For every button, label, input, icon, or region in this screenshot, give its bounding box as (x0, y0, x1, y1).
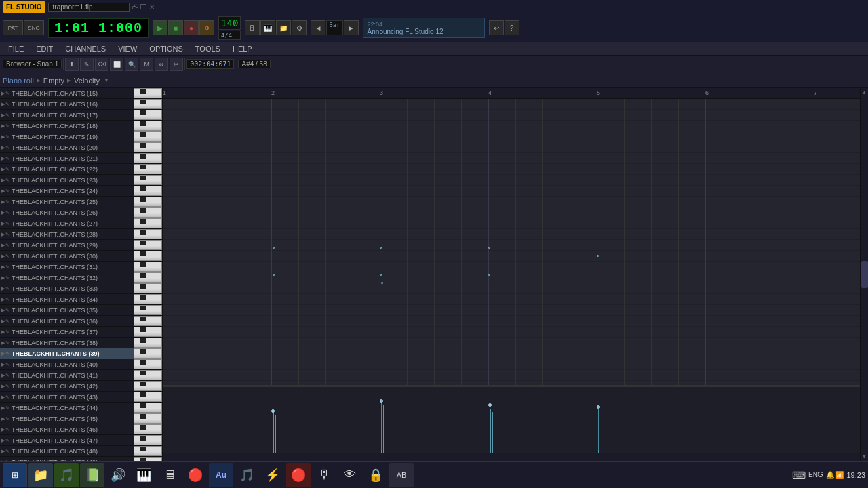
tb-cut[interactable]: ✂ (170, 58, 183, 71)
piano-key-row-30[interactable]: ▶✎THEBLACKHITT..CHANTS (30) (0, 251, 162, 262)
piano-key-row-32[interactable]: ▶✎THEBLACKHITT..CHANTS (32) (0, 272, 162, 283)
next-pattern[interactable]: ► (344, 20, 359, 35)
scroll-down-arrow[interactable]: ▼ (862, 453, 867, 460)
menu-tools[interactable]: TOOLS (190, 42, 226, 55)
piano-key-row-37[interactable]: ▶✎THEBLACKHITT..CHANTS (37) (0, 327, 162, 338)
tb-slip[interactable]: ⇔ (155, 58, 168, 71)
piano-key-row-31[interactable]: ▶✎THEBLACKHITT..CHANTS (31) (0, 262, 162, 272)
taskbar-plug1[interactable]: ⚡ (260, 463, 285, 487)
stop-button[interactable]: ■ (168, 20, 183, 35)
menu-channels[interactable]: CHANNELS (60, 42, 111, 55)
play-button[interactable]: ▶ (153, 20, 167, 35)
key-icons-27: ▶✎ (1, 221, 9, 226)
mini-keys-43 (134, 392, 162, 402)
piano-key-row-43[interactable]: ▶✎THEBLACKHITT..CHANTS (43) (0, 392, 162, 403)
key-icon: ✎ (5, 123, 9, 129)
piano-key-row-40[interactable]: ▶✎THEBLACKHITT..CHANTS (40) (0, 359, 162, 370)
piano-key-row-24[interactable]: ▶✎THEBLACKHITT..CHANTS (24) (0, 186, 162, 197)
piano-key-row-16[interactable]: ▶✎THEBLACKHITT..CHANTS (16) (0, 99, 162, 110)
taskbar-au[interactable]: Au (209, 463, 233, 487)
black-key (143, 230, 146, 235)
piano-key-row-29[interactable]: ▶✎THEBLACKHITT..CHANTS (29) (0, 240, 162, 251)
taskbar-lock[interactable]: 🔒 (363, 463, 388, 487)
piano-key-row-20[interactable]: ▶✎THEBLACKHITT..CHANTS (20) (0, 142, 162, 153)
taskbar-text[interactable]: AB (389, 463, 414, 487)
key-icon: ▶ (1, 221, 5, 226)
piano-key-row-39[interactable]: ▶✎THEBLACKHITT..CHANTS (39) (0, 348, 162, 359)
piano-key-row-48[interactable]: ▶✎THEBLACKHITT..CHANTS (48) (0, 446, 162, 457)
tb-eraser[interactable]: ⌫ (95, 58, 108, 71)
song-button[interactable]: SNG (24, 20, 44, 35)
piano-key-row-18[interactable]: ▶✎THEBLACKHITT..CHANTS (18) (0, 121, 162, 131)
taskbar-rec[interactable]: 🔴 (286, 463, 311, 487)
note-grid[interactable] (163, 99, 860, 385)
piano-key-row-25[interactable]: ▶✎THEBLACKHITT..CHANTS (25) (0, 197, 162, 207)
menu-options[interactable]: OPTIONS (144, 42, 189, 55)
pat-button[interactable]: PAT (3, 20, 23, 35)
key-label-33: THEBLACKHITT..CHANTS (33) (12, 285, 98, 292)
piano-key-row-27[interactable]: ▶✎THEBLACKHITT..CHANTS (27) (0, 218, 162, 229)
piano-key-row-15[interactable]: ▶✎THEBLACKHITT..CHANTS (15) (0, 88, 162, 99)
piano-key-row-34[interactable]: ▶✎THEBLACKHITT..CHANTS (34) (0, 294, 162, 305)
taskbar-fire[interactable]: 🔴 (183, 463, 208, 487)
taskbar-disp[interactable]: 🖥 (157, 463, 182, 487)
taskbar: ⊞ 📁 🎵 📗 🔊 🎹 🖥 🔴 Au 🎵 ⚡ 🔴 🎙 👁 🔒 AB ⌨ ENG … (0, 461, 868, 488)
key-icon: ✎ (5, 91, 9, 96)
taskbar-word[interactable]: 📗 (80, 463, 104, 487)
menu-help[interactable]: HELP (227, 42, 258, 55)
pr-dropdown-icon[interactable]: ▼ (104, 77, 109, 83)
taskbar-fl[interactable]: 🎵 (54, 463, 79, 487)
record-mode-button[interactable]: ⊕ (199, 20, 214, 35)
menu-file[interactable]: FILE (3, 42, 29, 55)
scrollbar-h[interactable] (163, 453, 860, 461)
key-icons-21: ▶✎ (1, 156, 9, 161)
undo-button[interactable]: ↩ (489, 20, 504, 35)
key-icon: ✎ (5, 405, 9, 411)
piano-key-row-36[interactable]: ▶✎THEBLACKHITT..CHANTS (36) (0, 316, 162, 327)
key-icon: ✎ (5, 340, 9, 346)
scroll-thumb[interactable] (861, 261, 868, 288)
piano-key-row-46[interactable]: ▶✎THEBLACKHITT..CHANTS (46) (0, 424, 162, 435)
prev-pattern[interactable]: ◄ (311, 20, 326, 35)
piano-key-row-21[interactable]: ▶✎THEBLACKHITT..CHANTS (21) (0, 153, 162, 164)
scroll-up-arrow[interactable]: ▲ (862, 89, 867, 96)
piano-key-row-28[interactable]: ▶✎THEBLACKHITT..CHANTS (28) (0, 229, 162, 240)
piano-key-row-22[interactable]: ▶✎THEBLACKHITT..CHANTS (22) (0, 164, 162, 175)
tb-zoom[interactable]: 🔍 (125, 58, 138, 71)
right-scrollbar[interactable]: ▲ ▼ (860, 88, 868, 461)
piano-key-row-44[interactable]: ▶✎THEBLACKHITT..CHANTS (44) (0, 403, 162, 413)
menu-edit[interactable]: EDIT (31, 42, 58, 55)
piano-key-row-26[interactable]: ▶✎THEBLACKHITT..CHANTS (26) (0, 207, 162, 218)
piano-key-row-47[interactable]: ▶✎THEBLACKHITT..CHANTS (47) (0, 435, 162, 446)
piano-key-row-19[interactable]: ▶✎THEBLACKHITT..CHANTS (19) (0, 131, 162, 142)
tb-select[interactable]: ⬜ (110, 58, 123, 71)
piano-button[interactable]: 🎹 (260, 20, 275, 35)
mixer-button[interactable]: 🎚 (245, 20, 260, 35)
taskbar-drum[interactable]: 🎵 (235, 463, 259, 487)
piano-key-row-23[interactable]: ▶✎THEBLACKHITT..CHANTS (23) (0, 175, 162, 186)
taskbar-explorer[interactable]: 📁 (28, 463, 53, 487)
piano-key-row-17[interactable]: ▶✎THEBLACKHITT..CHANTS (17) (0, 110, 162, 121)
record-button[interactable]: ● (184, 20, 199, 35)
browser-button[interactable]: 📁 (276, 20, 291, 35)
menu-view[interactable]: VIEW (113, 42, 142, 55)
piano-key-row-45[interactable]: ▶✎THEBLACKHITT..CHANTS (45) (0, 413, 162, 424)
key-icon: ✎ (5, 210, 9, 216)
piano-key-row-38[interactable]: ▶✎THEBLACKHITT..CHANTS (38) (0, 338, 162, 348)
plugin-button[interactable]: ⚙ (292, 20, 307, 35)
help-button[interactable]: ? (505, 20, 519, 35)
taskbar-keys[interactable]: 🎹 (132, 463, 156, 487)
tb-pencil[interactable]: ✎ (80, 58, 94, 71)
taskbar-eye[interactable]: 👁 (338, 463, 362, 487)
tb-mute[interactable]: M (140, 58, 153, 71)
piano-key-row-33[interactable]: ▶✎THEBLACKHITT..CHANTS (33) (0, 283, 162, 294)
piano-key-row-41[interactable]: ▶✎THEBLACKHITT..CHANTS (41) (0, 370, 162, 381)
piano-key-row-35[interactable]: ▶✎THEBLACKHITT..CHANTS (35) (0, 305, 162, 316)
taskbar-vol[interactable]: 🔊 (106, 463, 130, 487)
mini-keys-32 (134, 272, 162, 283)
piano-key-row-42[interactable]: ▶✎THEBLACKHITT..CHANTS (42) (0, 381, 162, 392)
taskbar-mic[interactable]: 🎙 (312, 463, 336, 487)
tb-cursor[interactable]: ⬆ (65, 58, 79, 71)
key-icon: ▶ (1, 362, 5, 367)
start-button[interactable]: ⊞ (3, 463, 27, 487)
